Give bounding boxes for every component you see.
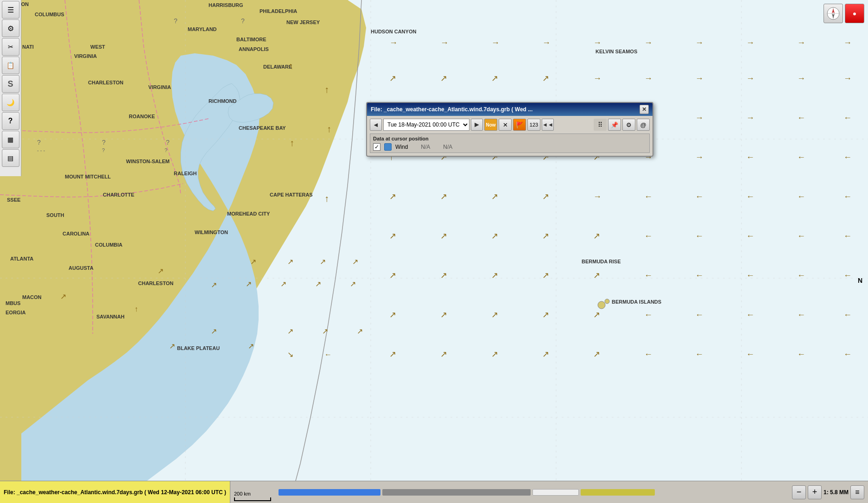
- dialog-data-section: Data at cursor position ✓ Wind N/A N/A: [370, 134, 650, 153]
- email-button[interactable]: @: [637, 119, 650, 131]
- flag-button[interactable]: 🚩: [513, 119, 526, 131]
- menu-button[interactable]: ☰: [2, 1, 19, 19]
- zoom-in-button[interactable]: +: [808, 485, 822, 499]
- layer1-button[interactable]: ▦: [2, 131, 19, 148]
- datetime-select[interactable]: Tue 18-May-2021 00:00 UTC: [383, 119, 469, 131]
- dialog-body: ◄ Tue 18-May-2021 00:00 UTC ► Now ✕ 🚩 12…: [367, 116, 653, 156]
- svg-text:?: ?: [102, 139, 106, 146]
- svg-text:?: ?: [165, 147, 167, 153]
- svg-point-9: [598, 301, 605, 309]
- north-compass-label: N: [858, 277, 862, 284]
- data-cursor-label: Data at cursor position: [373, 136, 646, 141]
- svg-text:?: ?: [37, 139, 41, 146]
- dialog-close-button[interactable]: ✕: [640, 105, 649, 114]
- dialog-titlebar: File: _cache_weather-cache_Atlantic.wind…: [367, 103, 653, 116]
- grip-handle: ⠿: [594, 119, 607, 131]
- number-button[interactable]: 123: [527, 119, 540, 131]
- tide-button[interactable]: 🌙: [2, 94, 19, 111]
- nav-fast-forward-button[interactable]: ◄◄: [542, 119, 554, 131]
- svg-point-10: [605, 299, 609, 304]
- svg-text:?: ?: [241, 17, 245, 25]
- scale-label: 200 km: [234, 491, 251, 497]
- layer2-button[interactable]: ▤: [2, 149, 19, 167]
- notes-button[interactable]: 📋: [2, 57, 19, 74]
- scale-ratio-text: 1: 5.8 MM: [824, 489, 849, 496]
- bookmarks-button[interactable]: 📌: [608, 119, 621, 131]
- menu-bottom-button[interactable]: ≡: [850, 485, 864, 499]
- progress-bar-light[interactable]: [532, 489, 579, 496]
- scale-line: [234, 497, 271, 501]
- stop-button[interactable]: ✕: [499, 119, 512, 131]
- zoom-out-button[interactable]: −: [792, 485, 806, 499]
- preferences-button[interactable]: ⚙: [622, 119, 635, 131]
- help-button[interactable]: ?: [2, 112, 19, 130]
- waypoint-button[interactable]: S: [2, 75, 19, 93]
- status-file-text: File: _cache_weather-cache_Atlantic.wind…: [0, 481, 230, 503]
- dialog-controls: ◄ Tue 18-May-2021 00:00 UTC ► Now ✕ 🚩 12…: [370, 119, 650, 131]
- scale-bar: 200 km: [230, 481, 275, 503]
- exit-button[interactable]: ●: [845, 4, 864, 23]
- progress-bar-yellow[interactable]: [581, 489, 655, 496]
- wind-value1: N/A: [421, 144, 430, 150]
- progress-bar-blue[interactable]: [279, 489, 380, 496]
- now-button[interactable]: Now: [484, 119, 497, 131]
- compass-button[interactable]: [824, 4, 843, 23]
- status-bar: File: _cache_weather-cache_Atlantic.wind…: [0, 481, 868, 503]
- settings-button[interactable]: ⚙: [2, 19, 19, 37]
- toolbar: ☰ ⚙ ✂ 📋 S 🌙 ? ▦ ▤: [0, 0, 21, 176]
- nav-play-button[interactable]: ►: [471, 119, 483, 131]
- svg-text:?: ?: [102, 147, 105, 153]
- svg-text:?: ?: [166, 139, 170, 146]
- svg-text:- - -: - - -: [37, 147, 45, 153]
- wind-label: Wind: [395, 144, 408, 150]
- top-right-controls: ●: [824, 4, 864, 23]
- map-svg: ? ? ? ? ? - - - ? ?: [0, 0, 868, 503]
- route-tools-button[interactable]: ✂: [2, 38, 19, 56]
- bottom-right-controls: − + 1: 5.8 MM ≡: [788, 481, 868, 503]
- status-file-label: File: _cache_weather-cache_Atlantic.wind…: [4, 489, 226, 496]
- map-container[interactable]: ? ? ? ? ? - - - ? ? TON COLUMBUS HARRISB…: [0, 0, 868, 503]
- progress-bars[interactable]: [275, 481, 788, 503]
- data-row: ✓ Wind N/A N/A: [373, 143, 646, 151]
- wind-value2: N/A: [443, 144, 452, 150]
- wind-color-icon: [384, 143, 392, 151]
- nav-prev-button[interactable]: ◄: [370, 119, 382, 131]
- svg-text:?: ?: [174, 17, 177, 25]
- wind-checkbox[interactable]: ✓: [373, 143, 380, 151]
- weather-dialog: File: _cache_weather-cache_Atlantic.wind…: [366, 102, 653, 157]
- dialog-title: File: _cache_weather-cache_Atlantic.wind…: [371, 106, 532, 113]
- progress-bar-gray[interactable]: [382, 489, 531, 496]
